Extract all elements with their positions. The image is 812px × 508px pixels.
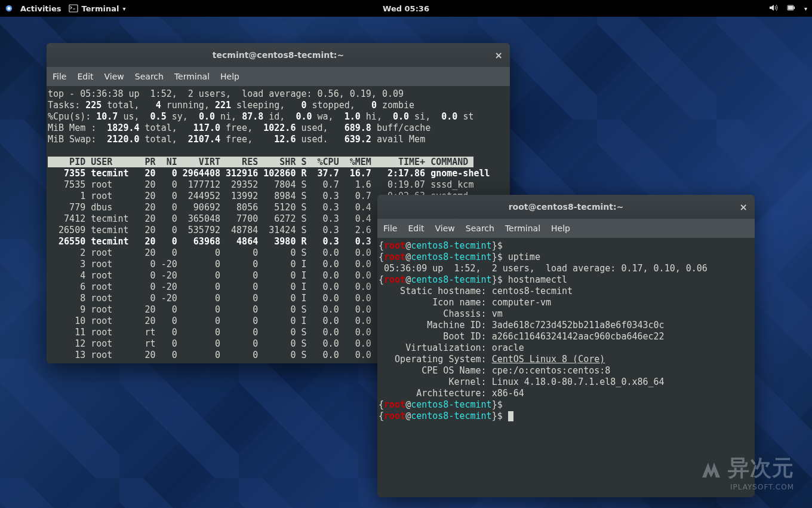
svg-point-1: [7, 7, 10, 10]
close-icon[interactable]: ×: [740, 201, 748, 213]
svg-rect-5: [788, 6, 793, 10]
app-menu[interactable]: Terminal ▾: [69, 4, 126, 13]
window-title: tecmint@centos8-tecmint:~: [213, 50, 344, 60]
titlebar[interactable]: tecmint@centos8-tecmint:~ ×: [47, 43, 510, 67]
clock[interactable]: Wed 05:36: [383, 4, 429, 13]
titlebar[interactable]: root@centos8-tecmint:~ ×: [377, 195, 755, 219]
menubar: FileEditViewSearchTerminalHelp: [377, 219, 755, 238]
svg-rect-4: [793, 7, 795, 9]
chevron-down-icon: ▾: [122, 5, 125, 12]
menu-view[interactable]: View: [104, 72, 124, 81]
menu-search[interactable]: Search: [466, 224, 494, 233]
app-menu-label: Terminal: [82, 4, 119, 13]
chevron-down-icon[interactable]: ▾: [804, 5, 807, 12]
watermark: 异次元 IPLAYSOFT.COM: [699, 454, 794, 491]
menu-terminal[interactable]: Terminal: [174, 72, 210, 81]
menu-file[interactable]: File: [53, 72, 66, 81]
volume-icon[interactable]: [768, 3, 778, 14]
svg-rect-2: [69, 5, 78, 12]
battery-icon[interactable]: [786, 3, 796, 14]
menu-view[interactable]: View: [435, 224, 455, 233]
window-title: root@centos8-tecmint:~: [509, 202, 624, 212]
menu-edit[interactable]: Edit: [408, 224, 424, 233]
menu-edit[interactable]: Edit: [77, 72, 93, 81]
activities-icon: [5, 4, 13, 13]
terminal-output[interactable]: {root@centos8-tecmint}$ {root@centos8-te…: [377, 238, 755, 424]
menu-search[interactable]: Search: [135, 72, 164, 81]
menubar: FileEditViewSearchTerminalHelp: [47, 67, 510, 86]
activities-button[interactable]: Activities: [20, 4, 61, 13]
terminal-window-2[interactable]: root@centos8-tecmint:~ × FileEditViewSea…: [377, 195, 755, 497]
menu-help[interactable]: Help: [551, 224, 570, 233]
close-icon[interactable]: ×: [495, 50, 503, 61]
gnome-topbar: Activities Terminal ▾ Wed 05:36 ▾: [0, 0, 812, 17]
menu-help[interactable]: Help: [220, 72, 239, 81]
menu-file[interactable]: File: [383, 224, 397, 233]
menu-terminal[interactable]: Terminal: [505, 224, 540, 233]
